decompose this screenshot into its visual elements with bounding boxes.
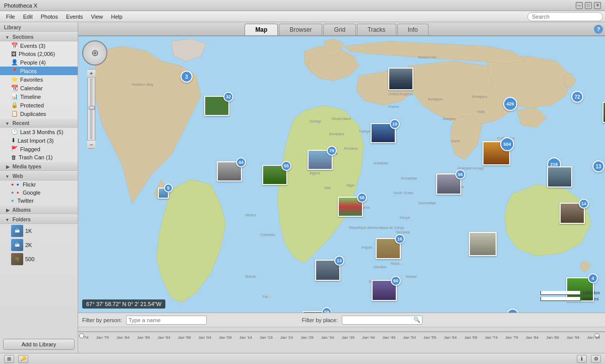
map-pin-vehicle[interactable] [469, 232, 497, 256]
menu-view[interactable]: View [87, 13, 107, 21]
svg-text:Alжерие: Alжерие [443, 117, 456, 121]
web-arrow: ▾ [6, 174, 11, 179]
map-zoom-control: + − [87, 69, 95, 149]
svg-text:Colombia: Colombia [260, 233, 275, 236]
map-pin-p1[interactable]: 3 [180, 71, 193, 83]
map-background: Hudson Bay Казахстан Беларусь Украина De… [78, 36, 605, 313]
filter-person-label: Filter by person: [82, 317, 122, 323]
sidebar-item-folder-500[interactable]: 🌴 500 [0, 252, 78, 266]
pin-bubble-p9: 426 [503, 97, 517, 111]
sidebar-item-lastimport[interactable]: ⬇ Last Import (3) [0, 136, 78, 145]
pin-bubble-p6: 55 [281, 161, 291, 171]
menu-edit[interactable]: Edit [19, 13, 37, 21]
add-library-button[interactable]: Add to Library [3, 339, 75, 350]
map-pin-p13[interactable]: 504 [482, 141, 510, 165]
tl-label-3: Jan '89 [137, 335, 150, 340]
svg-text:France: France [388, 105, 399, 108]
sidebar-item-places[interactable]: 📍 Places [0, 67, 78, 75]
sidebar-item-protected[interactable]: 🔒 Protected [0, 101, 78, 109]
timeline-area[interactable]: '74 Jan '79 Jan '84 Jan '89 Jan '94 Jan … [78, 327, 605, 353]
maximize-button[interactable]: □ [585, 2, 592, 9]
map-pin-p2[interactable]: 32 [204, 96, 229, 116]
sidebar-item-flagged[interactable]: 🚩 Flagged [0, 145, 78, 153]
map-pin-p6[interactable]: 55 [262, 165, 287, 185]
sidebar-item-timeline[interactable]: 📊 Timeline [0, 92, 78, 101]
tab-map[interactable]: Map [245, 24, 278, 35]
map-pin-p7[interactable]: 5 [158, 188, 169, 199]
filter-person-input[interactable] [126, 316, 207, 325]
svg-text:Sverige: Sverige [310, 119, 321, 124]
map-pin-p20[interactable]: 13 [315, 260, 340, 281]
key-button[interactable]: 🔑 [18, 355, 28, 363]
zoom-in-button[interactable]: + [87, 70, 95, 78]
tab-grid[interactable]: Grid [323, 24, 356, 35]
menu-photos[interactable]: Photos [37, 13, 62, 21]
svg-text:Kenya: Kenya [400, 216, 410, 220]
pin-bubble-p1: 3 [180, 71, 193, 83]
svg-text:United Kingdom: United Kingdom [388, 92, 413, 96]
menu-file[interactable]: File [2, 13, 19, 21]
map-pin-p9[interactable]: 426 [503, 97, 517, 111]
sidebar: Library ▾ Sections 📅 Events (3) 🖼 Photos… [0, 22, 78, 353]
zoom-out-button[interactable]: − [87, 140, 95, 148]
sidebar-item-google[interactable]: ● ● Google [0, 189, 78, 197]
map-pin-p25[interactable]: 9 [507, 309, 519, 313]
map-pin-p3[interactable]: 10 [371, 123, 396, 143]
sidebar-item-people[interactable]: 👤 People (4) [0, 58, 78, 67]
map-navigation[interactable]: ⊕ [82, 40, 107, 66]
map-pin-p18[interactable]: 16 [376, 238, 401, 259]
sidebar-item-last3months[interactable]: 🕐 Last 3 Months (5) [0, 128, 78, 136]
map-pin-p10[interactable]: 72 [571, 91, 583, 103]
sidebar-item-duplicates[interactable]: 📋 Duplicates [0, 109, 78, 118]
map-pin-p8[interactable]: 58 [338, 197, 363, 217]
map-pin-p4[interactable]: 79 [308, 150, 333, 170]
info-button[interactable]: ℹ [577, 355, 587, 363]
sidebar-item-favorites[interactable]: ⭐ Favorites [0, 75, 78, 84]
map-pin-neasiagreen[interactable] [602, 102, 605, 123]
pin-photo-top [388, 68, 413, 90]
search-input[interactable] [527, 12, 603, 21]
close-button[interactable]: ✕ [594, 2, 601, 9]
sidebar-item-calendar[interactable]: 📆 Calendar [0, 84, 78, 92]
pin-photo-coast [547, 166, 572, 188]
statusbar: ⊞ 🔑 ℹ ⚙ [0, 353, 605, 364]
scale-mi-label: 1000 mi [582, 296, 598, 301]
tl-label-5: Jan '99 [178, 335, 191, 340]
tl-label-25: Jan '99 [587, 335, 600, 340]
help-button[interactable]: ? [594, 25, 603, 34]
sidebar-item-flickr[interactable]: ● ● Flickr [0, 180, 78, 189]
settings-button[interactable]: ⚙ [591, 355, 601, 363]
tl-label-12: Jan '34 [321, 335, 334, 340]
tab-info[interactable]: Info [397, 24, 429, 35]
map-pin-coast[interactable] [547, 166, 572, 188]
map-pin-p22[interactable]: 60 [372, 280, 397, 301]
folders-header: ▾ Folders [0, 214, 78, 224]
sidebar-item-folder-1k[interactable]: 🏔 1K [0, 224, 78, 238]
sidebar-item-trashcan[interactable]: 🗑 Trash Can (1) [0, 153, 78, 161]
map-pin-top[interactable] [388, 68, 413, 90]
grid-view-button[interactable]: ⊞ [4, 355, 14, 363]
svg-text:Somaaliya: Somaaliya [401, 176, 417, 180]
map-pin-p15[interactable]: 13 [592, 160, 604, 172]
zoom-slider-thumb[interactable] [89, 106, 95, 110]
sidebar-item-folder-2k[interactable]: 🏔 2K [0, 238, 78, 252]
tab-tracks[interactable]: Tracks [357, 24, 396, 35]
map-container[interactable]: Hudson Bay Казахстан Беларусь Украина De… [78, 36, 605, 313]
minimize-button[interactable]: — [576, 2, 583, 9]
map-pin-p5[interactable]: 44 [217, 161, 242, 181]
map-pin-p23[interactable]: 59 [302, 311, 328, 313]
main-layout: Library ▾ Sections 📅 Events (3) 🖼 Photos… [0, 22, 605, 353]
sidebar-item-events[interactable]: 📅 Events (3) [0, 41, 78, 50]
tab-browser[interactable]: Browser [279, 24, 322, 35]
places-icon: 📍 [11, 68, 18, 74]
sidebar-item-photos[interactable]: 🖼 Photos (2,006) [0, 50, 78, 58]
map-pin-p17[interactable]: 56 [436, 173, 461, 195]
map-pin-mountain[interactable]: 14 [560, 203, 585, 224]
pin-photo-vehicle [469, 232, 497, 256]
twitter-icon: ● [11, 198, 14, 203]
filter-place-input[interactable] [342, 316, 422, 325]
sidebar-item-twitter[interactable]: ● Twitter [0, 197, 78, 205]
menu-events[interactable]: Events [62, 13, 87, 21]
menu-help[interactable]: Help [107, 13, 127, 21]
svg-text:Беларусь: Беларусь [472, 95, 488, 99]
